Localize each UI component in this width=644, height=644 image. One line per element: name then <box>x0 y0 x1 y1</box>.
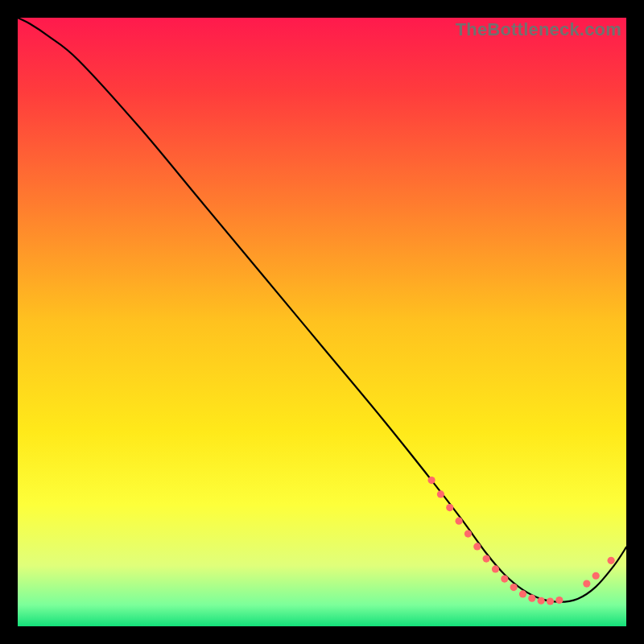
marker-dot <box>519 590 526 597</box>
marker-dot <box>437 490 444 497</box>
marker-dot <box>456 518 463 525</box>
marker-dot <box>483 555 490 562</box>
marker-dot <box>464 530 472 537</box>
marker-dot <box>501 575 508 582</box>
marker-dot <box>583 580 590 587</box>
marker-dot <box>608 557 615 564</box>
marker-dot <box>538 597 545 605</box>
marker-dot <box>547 597 554 605</box>
watermark-text: TheBottleneck.com <box>456 19 621 40</box>
marker-dot <box>473 543 481 550</box>
marker-dot <box>592 572 600 580</box>
gradient-background <box>18 18 626 626</box>
marker-dot <box>510 584 518 591</box>
marker-dot <box>528 595 535 602</box>
marker-dot <box>446 504 453 511</box>
marker-dot <box>492 565 499 572</box>
marker-dot <box>427 477 435 484</box>
chart-frame: TheBottleneck.com <box>18 18 626 626</box>
marker-dot <box>555 597 563 604</box>
chart-canvas <box>18 18 626 626</box>
